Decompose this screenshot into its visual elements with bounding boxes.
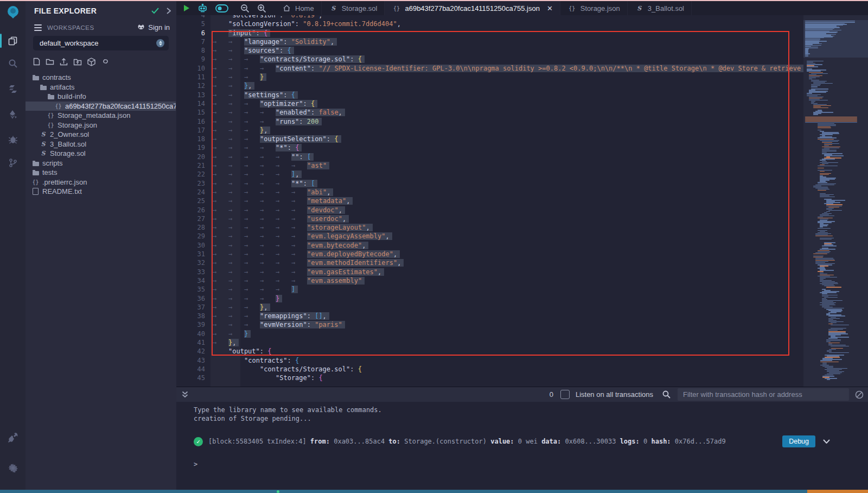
tree-item-scripts[interactable]: scripts bbox=[25, 159, 176, 168]
listen-checkbox[interactable] bbox=[560, 390, 570, 399]
minimap-line bbox=[815, 235, 828, 235]
tree-item-tests[interactable]: tests bbox=[25, 168, 176, 178]
folder-icon bbox=[31, 160, 40, 166]
new-folder-icon[interactable] bbox=[46, 58, 54, 66]
tree-item-storage-sol[interactable]: SStorage.sol bbox=[25, 149, 176, 159]
tab-whitespace: → bbox=[244, 188, 260, 197]
tab-whitespace: → bbox=[228, 135, 244, 143]
folder-open-icon bbox=[46, 93, 55, 99]
minimap-line bbox=[820, 239, 832, 239]
status-badge bbox=[807, 490, 868, 493]
token: "ast" bbox=[307, 162, 327, 169]
tab-whitespace: → bbox=[228, 241, 244, 250]
workspaces-menu-icon[interactable] bbox=[34, 24, 42, 31]
minimap-line bbox=[813, 187, 828, 187]
tab-whitespace: → bbox=[213, 294, 228, 303]
terminal-notice: creation of Storage pending... bbox=[194, 415, 868, 424]
ipfs-box-icon[interactable] bbox=[87, 58, 95, 66]
link-icon[interactable] bbox=[101, 58, 110, 66]
tab-home[interactable]: Home bbox=[275, 1, 322, 15]
tab-whitespace: → bbox=[228, 170, 244, 179]
tree-item-contracts[interactable]: contracts bbox=[25, 73, 176, 83]
debug-button[interactable]: Debug bbox=[782, 435, 815, 447]
tree-item-artifacts[interactable]: artifacts bbox=[25, 83, 176, 92]
expand-tx-icon[interactable] bbox=[823, 439, 830, 444]
tree-item-2-owner-sol[interactable]: S2_Owner.sol bbox=[25, 130, 176, 140]
upload-file-icon[interactable] bbox=[60, 58, 68, 66]
tree-item-a69b43f277ba20fcac141151250ca7[interactable]: {}a69b43f277ba20fcac141151250ca7... bbox=[25, 102, 176, 111]
tx-success-icon: ✓ bbox=[194, 437, 203, 446]
tab-storage-json[interactable]: {}Storage.json bbox=[560, 1, 628, 15]
code-line: 19→→→→"*": { bbox=[176, 143, 803, 152]
token: "metadata" bbox=[307, 197, 346, 205]
transaction-filter-input[interactable] bbox=[678, 388, 849, 401]
new-file-icon[interactable] bbox=[33, 58, 40, 66]
code-editor[interactable]: 4 "solcVersion": "0.8.19",5 "solcLongVer… bbox=[176, 15, 868, 387]
tree-item-storage-json[interactable]: {}Storage.json bbox=[25, 121, 176, 130]
tab-3-ballot-sol[interactable]: S3_Ballot.sol bbox=[628, 1, 692, 15]
code-line: 31→→→→→→"evm.deployedBytecode", bbox=[176, 250, 803, 258]
line-number: 33 bbox=[176, 268, 205, 276]
token: "sources" bbox=[244, 47, 279, 54]
github-signin[interactable]: Sign in bbox=[137, 23, 170, 31]
tab-whitespace: → bbox=[228, 64, 244, 73]
collapse-terminal-icon[interactable] bbox=[182, 391, 188, 398]
file-explorer-icon[interactable] bbox=[0, 33, 25, 49]
upload-folder-icon[interactable] bbox=[73, 58, 82, 66]
remix-logo-icon[interactable] bbox=[0, 4, 25, 20]
workspace-select[interactable]: default_workspace bbox=[33, 36, 169, 50]
json-icon: {} bbox=[46, 122, 55, 128]
close-tab-icon[interactable]: ✕ bbox=[547, 4, 553, 12]
tab-whitespace: → bbox=[213, 188, 228, 197]
tree-item-prettierrc-json[interactable]: {}.prettierrc.json bbox=[25, 178, 176, 187]
home-icon bbox=[282, 5, 291, 11]
tree-item-3-ballot-sol[interactable]: S3_Ballot.sol bbox=[25, 140, 176, 149]
tx-block-ref: [block:5583405 txIndex:4] bbox=[208, 438, 310, 445]
zoom-in-icon[interactable] bbox=[257, 4, 266, 13]
token: : bbox=[288, 144, 295, 151]
tree-item-readme-txt[interactable]: README.txt bbox=[25, 187, 176, 197]
plugin-manager-icon[interactable] bbox=[0, 429, 25, 445]
code-text: "contracts": { bbox=[244, 357, 299, 364]
code-line: 38→→→"remappings": [], bbox=[176, 312, 803, 320]
zoom-out-icon[interactable] bbox=[240, 4, 250, 13]
minimap-line bbox=[828, 207, 839, 207]
clear-console-icon[interactable] bbox=[855, 390, 864, 399]
terminal-prompt[interactable]: > bbox=[194, 460, 868, 469]
terminal-search-icon[interactable] bbox=[662, 390, 671, 399]
remixai-robot-icon[interactable] bbox=[197, 4, 208, 13]
tab-a69b43f277ba20fcac141151250ca755-json[interactable]: {}a69b43f277ba20fcac141151250ca755.json✕ bbox=[385, 1, 560, 15]
tab-whitespace: → bbox=[228, 197, 244, 205]
tab-whitespace: → bbox=[276, 223, 291, 232]
minimap-line bbox=[822, 161, 827, 162]
transaction-log-row[interactable]: ✓ [block:5583405 txIndex:4] from: 0xa03.… bbox=[194, 435, 868, 447]
tab-whitespace bbox=[213, 374, 228, 382]
token: "settings" bbox=[244, 91, 283, 99]
tab-whitespace: → bbox=[213, 285, 228, 294]
minimap-line bbox=[818, 276, 830, 276]
token: "input" bbox=[228, 29, 256, 37]
ai-toggle[interactable] bbox=[215, 4, 228, 12]
line-number: 21 bbox=[176, 161, 205, 170]
git-icon[interactable] bbox=[0, 155, 25, 171]
tab-bar: HomeSStorage.sol{}a69b43f277ba20fcac1411… bbox=[176, 1, 868, 15]
token: : bbox=[350, 365, 358, 373]
selection-highlight: "*": { bbox=[276, 144, 302, 151]
run-script-button[interactable] bbox=[183, 4, 190, 12]
code-line: 5 "solcLongVersion": "0.8.19+commit.7dd6… bbox=[176, 20, 803, 28]
solidity-compiler-icon[interactable] bbox=[0, 81, 25, 97]
minimap-line bbox=[820, 273, 824, 273]
minimap-line bbox=[818, 250, 829, 251]
deploy-run-icon[interactable] bbox=[0, 106, 25, 123]
minimap-line bbox=[809, 75, 822, 76]
tree-item-storage-metadata-json[interactable]: {}Storage_metadata.json bbox=[25, 111, 176, 121]
tab-storage-sol[interactable]: SStorage.sol bbox=[322, 1, 385, 15]
token: : bbox=[307, 312, 315, 320]
settings-gear-icon[interactable] bbox=[0, 460, 25, 476]
search-icon[interactable] bbox=[0, 55, 25, 72]
chevron-right-icon[interactable] bbox=[167, 8, 171, 14]
debugger-icon[interactable] bbox=[0, 131, 25, 148]
code-line: 9→→→"contracts/Storage.sol": { bbox=[176, 55, 803, 64]
tree-item-build-info[interactable]: build-info bbox=[25, 92, 176, 102]
minimap[interactable] bbox=[803, 15, 868, 387]
